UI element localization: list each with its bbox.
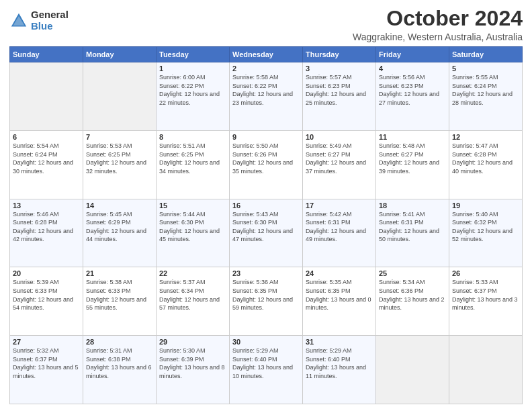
calendar-cell: 12Sunrise: 5:47 AMSunset: 6:28 PMDayligh… bbox=[449, 130, 523, 199]
calendar-body: 1Sunrise: 6:00 AMSunset: 6:22 PMDaylight… bbox=[10, 62, 523, 404]
day-number: 9 bbox=[232, 133, 300, 141]
day-number: 7 bbox=[86, 133, 153, 141]
calendar-header: SundayMondayTuesdayWednesdayThursdayFrid… bbox=[10, 47, 523, 62]
day-content: Sunrise: 5:44 AMSunset: 6:30 PMDaylight:… bbox=[159, 210, 226, 244]
calendar-cell: 30Sunrise: 5:29 AMSunset: 6:40 PMDayligh… bbox=[230, 336, 303, 404]
day-number: 6 bbox=[13, 133, 80, 141]
calendar-cell bbox=[376, 336, 449, 404]
day-number: 16 bbox=[232, 201, 300, 210]
calendar-cell bbox=[83, 62, 157, 131]
calendar-cell: 17Sunrise: 5:42 AMSunset: 6:31 PMDayligh… bbox=[303, 199, 376, 267]
day-content: Sunrise: 5:57 AMSunset: 6:23 PMDaylight:… bbox=[306, 73, 373, 107]
calendar-cell: 11Sunrise: 5:48 AMSunset: 6:27 PMDayligh… bbox=[376, 130, 449, 199]
calendar-cell: 21Sunrise: 5:38 AMSunset: 6:33 PMDayligh… bbox=[83, 267, 157, 336]
calendar-cell: 3Sunrise: 5:57 AMSunset: 6:23 PMDaylight… bbox=[303, 62, 376, 131]
calendar-cell: 5Sunrise: 5:55 AMSunset: 6:24 PMDaylight… bbox=[449, 62, 523, 131]
calendar-week-4: 27Sunrise: 5:32 AMSunset: 6:37 PMDayligh… bbox=[10, 336, 523, 404]
day-content: Sunrise: 5:50 AMSunset: 6:26 PMDaylight:… bbox=[232, 142, 300, 175]
title-block: October 2024 Waggrakine, Western Austral… bbox=[353, 7, 523, 42]
weekday-row: SundayMondayTuesdayWednesdayThursdayFrid… bbox=[10, 47, 523, 62]
day-content: Sunrise: 5:30 AMSunset: 6:39 PMDaylight:… bbox=[159, 347, 226, 380]
calendar-cell: 27Sunrise: 5:32 AMSunset: 6:37 PMDayligh… bbox=[10, 336, 83, 404]
calendar-cell: 18Sunrise: 5:41 AMSunset: 6:31 PMDayligh… bbox=[376, 199, 449, 267]
calendar-cell: 4Sunrise: 5:56 AMSunset: 6:23 PMDaylight… bbox=[376, 62, 449, 131]
weekday-header-wednesday: Wednesday bbox=[230, 47, 303, 62]
weekday-header-monday: Monday bbox=[83, 47, 157, 62]
weekday-header-thursday: Thursday bbox=[303, 47, 376, 62]
day-number: 14 bbox=[86, 201, 153, 210]
calendar-week-1: 6Sunrise: 5:54 AMSunset: 6:24 PMDaylight… bbox=[10, 130, 523, 199]
day-content: Sunrise: 5:47 AMSunset: 6:28 PMDaylight:… bbox=[452, 142, 519, 175]
calendar-cell: 2Sunrise: 5:58 AMSunset: 6:22 PMDaylight… bbox=[230, 62, 303, 131]
page: General Blue October 2024 Waggrakine, We… bbox=[0, 0, 532, 411]
calendar-cell: 10Sunrise: 5:49 AMSunset: 6:27 PMDayligh… bbox=[303, 130, 376, 199]
day-content: Sunrise: 5:49 AMSunset: 6:27 PMDaylight:… bbox=[306, 142, 373, 175]
day-content: Sunrise: 5:41 AMSunset: 6:31 PMDaylight:… bbox=[379, 210, 446, 244]
day-content: Sunrise: 5:35 AMSunset: 6:35 PMDaylight:… bbox=[306, 278, 373, 312]
weekday-header-friday: Friday bbox=[376, 47, 449, 62]
calendar-cell: 7Sunrise: 5:53 AMSunset: 6:25 PMDaylight… bbox=[83, 130, 157, 199]
calendar-week-2: 13Sunrise: 5:46 AMSunset: 6:28 PMDayligh… bbox=[10, 199, 523, 267]
calendar-cell: 28Sunrise: 5:31 AMSunset: 6:38 PMDayligh… bbox=[83, 336, 157, 404]
day-content: Sunrise: 5:38 AMSunset: 6:33 PMDaylight:… bbox=[86, 278, 153, 312]
day-number: 4 bbox=[379, 64, 446, 73]
logo-blue-text: Blue bbox=[31, 21, 69, 32]
day-number: 19 bbox=[452, 201, 519, 210]
logo: General Blue bbox=[9, 9, 69, 32]
calendar-cell: 29Sunrise: 5:30 AMSunset: 6:39 PMDayligh… bbox=[157, 336, 230, 404]
day-number: 12 bbox=[452, 133, 519, 141]
day-number: 2 bbox=[232, 64, 300, 73]
day-number: 24 bbox=[306, 269, 373, 277]
day-number: 28 bbox=[86, 338, 153, 346]
day-number: 8 bbox=[159, 133, 226, 141]
day-number: 10 bbox=[306, 133, 373, 141]
logo-general-text: General bbox=[31, 9, 69, 21]
day-content: Sunrise: 5:29 AMSunset: 6:40 PMDaylight:… bbox=[232, 347, 300, 380]
main-title: October 2024 bbox=[353, 7, 523, 30]
day-number: 30 bbox=[232, 338, 300, 346]
calendar-cell: 16Sunrise: 5:43 AMSunset: 6:30 PMDayligh… bbox=[230, 199, 303, 267]
day-content: Sunrise: 5:56 AMSunset: 6:23 PMDaylight:… bbox=[379, 73, 446, 107]
day-content: Sunrise: 5:51 AMSunset: 6:25 PMDaylight:… bbox=[159, 142, 226, 175]
day-content: Sunrise: 6:00 AMSunset: 6:22 PMDaylight:… bbox=[159, 73, 226, 107]
day-content: Sunrise: 5:37 AMSunset: 6:34 PMDaylight:… bbox=[159, 278, 226, 312]
calendar-cell: 6Sunrise: 5:54 AMSunset: 6:24 PMDaylight… bbox=[10, 130, 83, 199]
day-content: Sunrise: 5:31 AMSunset: 6:38 PMDaylight:… bbox=[86, 347, 153, 380]
day-content: Sunrise: 5:40 AMSunset: 6:32 PMDaylight:… bbox=[452, 210, 519, 244]
day-content: Sunrise: 5:32 AMSunset: 6:37 PMDaylight:… bbox=[13, 347, 80, 380]
day-number: 27 bbox=[13, 338, 80, 346]
day-number: 5 bbox=[452, 64, 519, 73]
day-content: Sunrise: 5:43 AMSunset: 6:30 PMDaylight:… bbox=[232, 210, 300, 244]
calendar-cell: 24Sunrise: 5:35 AMSunset: 6:35 PMDayligh… bbox=[303, 267, 376, 336]
day-number: 21 bbox=[86, 269, 153, 277]
calendar-week-0: 1Sunrise: 6:00 AMSunset: 6:22 PMDaylight… bbox=[10, 62, 523, 131]
day-number: 23 bbox=[232, 269, 300, 277]
day-content: Sunrise: 5:53 AMSunset: 6:25 PMDaylight:… bbox=[86, 142, 153, 175]
day-number: 3 bbox=[306, 64, 373, 73]
day-number: 17 bbox=[306, 201, 373, 210]
calendar-cell: 8Sunrise: 5:51 AMSunset: 6:25 PMDaylight… bbox=[157, 130, 230, 199]
day-number: 31 bbox=[306, 338, 373, 346]
day-number: 13 bbox=[13, 201, 80, 210]
calendar-table: SundayMondayTuesdayWednesdayThursdayFrid… bbox=[9, 46, 523, 404]
day-number: 18 bbox=[379, 201, 446, 210]
calendar-cell: 22Sunrise: 5:37 AMSunset: 6:34 PMDayligh… bbox=[157, 267, 230, 336]
calendar-cell: 13Sunrise: 5:46 AMSunset: 6:28 PMDayligh… bbox=[10, 199, 83, 267]
day-content: Sunrise: 5:39 AMSunset: 6:33 PMDaylight:… bbox=[13, 278, 80, 312]
weekday-header-sunday: Sunday bbox=[10, 47, 83, 62]
calendar-week-3: 20Sunrise: 5:39 AMSunset: 6:33 PMDayligh… bbox=[10, 267, 523, 336]
day-content: Sunrise: 5:55 AMSunset: 6:24 PMDaylight:… bbox=[452, 73, 519, 107]
calendar-cell bbox=[449, 336, 523, 404]
calendar-cell bbox=[10, 62, 83, 131]
calendar-cell: 23Sunrise: 5:36 AMSunset: 6:35 PMDayligh… bbox=[230, 267, 303, 336]
logo-icon bbox=[9, 11, 28, 30]
day-content: Sunrise: 5:45 AMSunset: 6:29 PMDaylight:… bbox=[86, 210, 153, 244]
day-number: 1 bbox=[159, 64, 226, 73]
calendar-cell: 14Sunrise: 5:45 AMSunset: 6:29 PMDayligh… bbox=[83, 199, 157, 267]
calendar-cell: 19Sunrise: 5:40 AMSunset: 6:32 PMDayligh… bbox=[449, 199, 523, 267]
day-content: Sunrise: 5:34 AMSunset: 6:36 PMDaylight:… bbox=[379, 278, 446, 312]
calendar-cell: 31Sunrise: 5:29 AMSunset: 6:40 PMDayligh… bbox=[303, 336, 376, 404]
calendar-cell: 26Sunrise: 5:33 AMSunset: 6:37 PMDayligh… bbox=[449, 267, 523, 336]
day-number: 20 bbox=[13, 269, 80, 277]
calendar-cell: 1Sunrise: 6:00 AMSunset: 6:22 PMDaylight… bbox=[157, 62, 230, 131]
